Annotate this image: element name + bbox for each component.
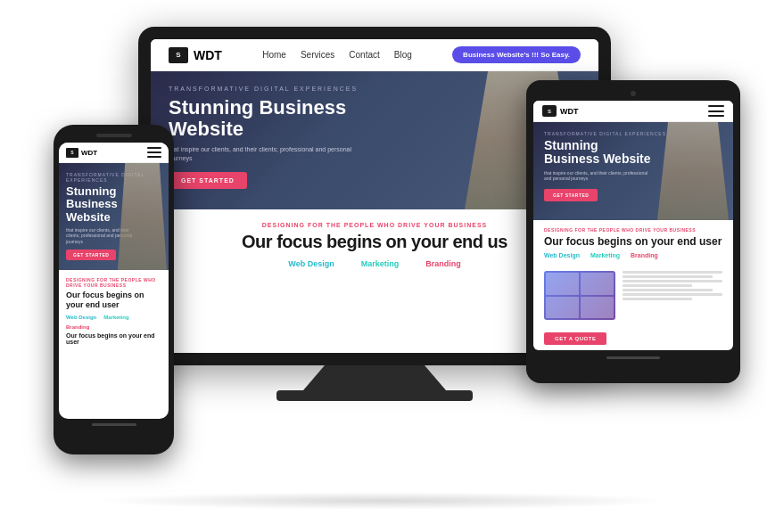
tablet-section-title: Our focus begins on your end user: [544, 235, 722, 248]
nav-link-services[interactable]: Services: [301, 50, 334, 60]
nav-logo: S WDT: [169, 47, 222, 63]
phone-link-webdesign[interactable]: Web Design: [66, 315, 96, 320]
phone-section-title: Our focus begins on your end user: [66, 291, 161, 310]
tablet-img-inner: [544, 271, 615, 320]
tablet-link-branding[interactable]: Branding: [631, 252, 658, 258]
phone-screen: S WDT Transformative digital experiences…: [59, 143, 169, 419]
monitor-base: [276, 390, 473, 401]
tablet-text-line-2: [623, 275, 713, 278]
section-title: Our focus begins on your end us: [169, 232, 581, 252]
section-links: Web Design Marketing Branding: [169, 259, 581, 268]
tablet-logo-text: WDT: [560, 107, 579, 116]
nav-logo-text: WDT: [194, 48, 222, 62]
tablet-nav: S WDT: [533, 101, 733, 122]
phone-home-bar: [92, 423, 136, 426]
phone-section-links: Web Design Marketing: [66, 315, 161, 320]
phone-speaker: [96, 134, 132, 137]
tablet-camera: [631, 91, 636, 96]
shadow-ellipse: [94, 492, 673, 510]
tablet-link-marketing[interactable]: Marketing: [590, 252, 620, 258]
tablet-content-area: [533, 266, 733, 325]
nav-link-blog[interactable]: Blog: [394, 50, 412, 60]
tablet: S WDT Transformative digital experiences…: [526, 80, 740, 383]
phone-hero-btn[interactable]: GET STARTED: [66, 250, 116, 260]
phone-nav: S WDT: [59, 143, 169, 163]
tablet-logo-icon: S: [542, 105, 557, 117]
desktop-nav: S WDT Home Services Contact Blog Busines…: [151, 39, 598, 71]
phone-section: DESIGNING FOR THE PEOPLE WHO DRIVE YOUR …: [59, 270, 169, 352]
phone-hamburger-icon[interactable]: [147, 147, 161, 158]
phone-outer: S WDT Transformative digital experiences…: [54, 125, 174, 454]
section-link-marketing[interactable]: Marketing: [361, 259, 400, 268]
tablet-section: DESIGNING FOR THE PEOPLE WHO DRIVE YOUR …: [533, 220, 733, 266]
tablet-text-line-1: [623, 271, 722, 274]
phone-section-sub: DESIGNING FOR THE PEOPLE WHO DRIVE YOUR …: [66, 277, 161, 288]
tablet-section-links: Web Design Marketing Branding: [544, 252, 722, 258]
tablet-text-line-4: [623, 284, 692, 287]
nav-cta-button[interactable]: Business Website's !!! So Easy.: [452, 46, 581, 63]
tablet-img-cell-2: [581, 273, 614, 295]
nav-links: Home Services Contact Blog: [262, 50, 412, 60]
section-sub-label: DESIGNING FOR THE PEOPLE WHO DRIVE YOUR …: [169, 222, 581, 228]
tablet-quote-button[interactable]: GET A QUOTE: [544, 332, 606, 345]
hero-title: Stunning Business Website: [169, 97, 400, 140]
monitor-stand: [303, 365, 446, 390]
tablet-outer: S WDT Transformative digital experiences…: [526, 80, 740, 383]
phone-section-branding: Branding: [66, 324, 161, 330]
section-link-webdesign[interactable]: Web Design: [288, 259, 334, 268]
tablet-link-webdesign[interactable]: Web Design: [544, 252, 580, 258]
phone: S WDT Transformative digital experiences…: [54, 125, 174, 454]
phone-section-title2: Our focus begins on your end user: [66, 332, 161, 345]
tablet-text-line-5: [623, 289, 713, 291]
tablet-screen: S WDT Transformative digital experiences…: [533, 101, 733, 350]
tablet-section-sub: DESIGNING FOR THE PEOPLE WHO DRIVE YOUR …: [544, 227, 722, 233]
tablet-hero-title: Stunning Business Website: [544, 139, 651, 167]
tablet-text-line-3: [623, 280, 722, 282]
section-link-branding[interactable]: Branding: [425, 259, 461, 268]
tablet-text-line-6: [623, 293, 722, 296]
nav-link-home[interactable]: Home: [262, 50, 286, 60]
tablet-img-cell-1: [546, 273, 579, 295]
nav-logo-icon: S: [169, 47, 188, 63]
tablet-home-bar: [606, 356, 660, 359]
tablet-logo: S WDT: [542, 105, 579, 117]
tablet-text-line-7: [623, 298, 692, 300]
tablet-text-block: [623, 271, 722, 320]
tablet-img-preview: [544, 271, 615, 320]
tablet-hero-subtitle: that inspire our clients, and their clie…: [544, 170, 651, 182]
phone-logo: S WDT: [66, 148, 97, 158]
hero-subtitle: that inspire our clients, and their clie…: [169, 145, 374, 163]
phone-logo-icon: S: [66, 148, 78, 158]
phone-logo-text: WDT: [81, 149, 97, 157]
scene: S WDT Home Services Contact Blog Busines…: [0, 0, 767, 532]
tablet-hero-btn[interactable]: GET STARTED: [544, 189, 598, 201]
phone-hero-person: [118, 163, 167, 270]
nav-link-contact[interactable]: Contact: [349, 50, 379, 60]
tablet-img-cell-4: [581, 297, 614, 319]
tablet-hero: Transformative digital experiences Stunn…: [533, 122, 733, 220]
hero-get-started-button[interactable]: GET STARTED: [169, 172, 247, 189]
tablet-hero-person: [657, 122, 729, 220]
tablet-img-cell-3: [546, 297, 579, 319]
phone-link-marketing[interactable]: Marketing: [103, 315, 128, 320]
tablet-hamburger-icon[interactable]: [708, 105, 724, 117]
phone-hero: Transformative digital experiences Stunn…: [59, 163, 169, 270]
